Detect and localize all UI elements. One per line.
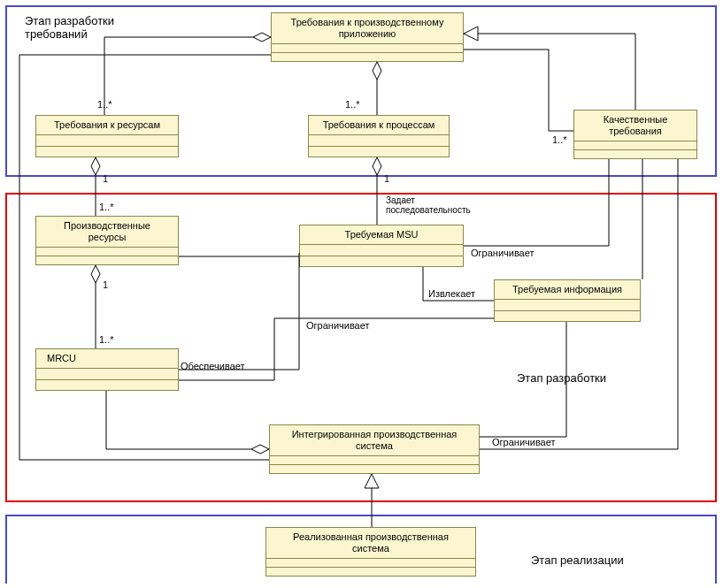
class-title: Качественные требования [574,111,696,141]
frame-requirements-title-line2: требований [25,27,88,41]
class-slot [495,300,640,310]
class-mrcu: MRCU [35,348,179,391]
label-restricts-3: Ограничивает [492,437,556,447]
class-integrated-production-system: Интегрированная производственная система [269,424,480,474]
label-restricts-2: Ограничивает [306,320,370,331]
label-provides: Обеспечивает [181,361,245,371]
class-title: MRCU [36,349,178,369]
class-slot [266,568,475,576]
class-slot [272,53,463,61]
class-slot [36,256,178,264]
mult-reqres: 1..* [97,99,112,110]
class-slot [36,380,178,390]
class-title: Требования к производственному приложени… [272,13,463,44]
mult-qualreq: 1..* [552,134,567,145]
mult-reqmsu-one: 1 [384,173,389,184]
class-requirements-resources: Требования к ресурсам [35,115,179,157]
class-slot [495,311,640,321]
class-slot [574,141,696,150]
class-slot [36,147,178,157]
class-slot [300,245,463,256]
class-title: Интегрированная производственная система [270,425,479,456]
class-production-resources: Производственные ресурсы [35,216,179,265]
class-slot [574,150,696,158]
class-quality-requirements: Качественные требования [573,110,697,159]
class-title: Требования к ресурсам [36,116,178,135]
class-slot [309,147,449,157]
class-requirements-processes: Требования к процессам [308,115,450,157]
class-title: Требуемая MSU [300,225,463,245]
class-slot [266,559,475,568]
class-slot [270,456,479,465]
class-slot [36,248,178,256]
mult-mrcu-one: 1 [103,279,108,290]
class-slot [272,44,463,53]
class-implemented-production-system: Реализованная производственная система [265,527,476,577]
frame-development-title: Этап разработки [513,370,610,386]
mult-prodres-one: 1 [103,173,108,184]
class-required-msu: Требуемая MSU [299,225,464,267]
mult-reqproc: 1..* [345,99,360,110]
class-slot [309,135,449,146]
label-extracts: Извлекает [428,288,475,299]
mult-prodres: 1..* [99,202,114,212]
class-slot [270,465,479,473]
frame-requirements-title-line1: Этап разработки [25,14,114,27]
frame-requirements-title: Этап разработки требований [21,12,118,42]
label-restricts-1: Ограничивает [471,248,535,258]
class-slot [300,256,463,266]
class-slot [36,135,178,146]
class-requirements-production-app: Требования к производственному приложени… [271,12,464,62]
class-title: Требуемая информация [495,280,640,300]
frame-implementation-title: Этап реализации [527,552,627,569]
class-title: Реализованная производственная система [266,528,475,559]
class-title: Производственные ресурсы [36,217,178,248]
class-required-information: Требуемая информация [494,279,641,322]
mult-mrcu: 1..* [99,334,114,345]
label-sequence: Задает последовательность [386,186,471,215]
class-slot [36,369,178,379]
class-title: Требования к процессам [309,116,449,135]
